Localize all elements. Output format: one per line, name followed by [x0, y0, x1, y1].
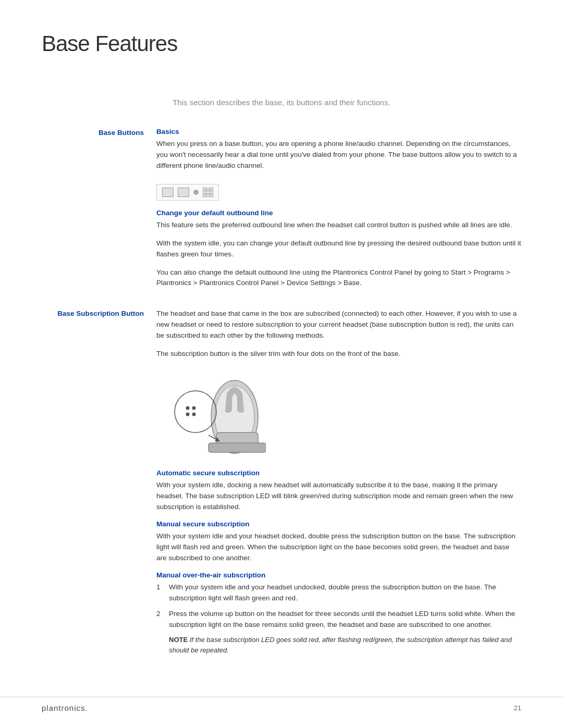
base-image-container — [156, 370, 521, 459]
list-num-2: 2 — [156, 609, 169, 620]
list-item: 1 With your system idle and your headset… — [156, 582, 521, 604]
list-num-1: 1 — [156, 582, 169, 593]
automatic-title: Automatic secure subscription — [156, 469, 521, 477]
ota-step-2: Press the volume up button on the headse… — [169, 610, 515, 628]
basics-text: When you press on a base button, you are… — [156, 139, 521, 171]
base-buttons-label: Base Buttons — [42, 128, 156, 137]
btn-square-1 — [162, 188, 174, 197]
change-default-text-3: You can also change the default outbound… — [156, 267, 521, 289]
basics-title: Basics — [156, 128, 521, 135]
svg-point-5 — [186, 406, 190, 410]
ota-step-1: With your system idle and your headset u… — [169, 582, 521, 604]
btn-square-2 — [178, 188, 189, 197]
page-footer: plantronics. 21 — [0, 697, 563, 712]
manual-secure-title: Manual secure subscription — [156, 520, 521, 528]
svg-point-7 — [186, 413, 190, 416]
base-subscription-content: The headset and base that came in the bo… — [156, 309, 521, 660]
note-container: NOTE If the base subscription LED goes s… — [169, 635, 521, 655]
base-subscription-section: Base Subscription Button The headset and… — [42, 309, 521, 660]
brand-logo: plantronics. — [42, 704, 88, 712]
page-title: Base Features — [42, 31, 521, 56]
base-buttons-diagram — [156, 184, 219, 201]
btn-grid — [203, 188, 213, 197]
ota-numbered-list: 1 With your system idle and your headset… — [156, 582, 521, 656]
svg-point-8 — [192, 413, 196, 416]
svg-point-6 — [192, 406, 196, 410]
change-default-title: Change your default outbound line — [156, 209, 521, 217]
list-item: 2 Press the volume up button on the head… — [156, 609, 521, 655]
page-subtitle: This section describes the base, its but… — [42, 98, 521, 107]
change-default-text-2: With the system idle, you can change you… — [156, 238, 521, 260]
base-diagram-svg — [156, 370, 266, 459]
svg-point-4 — [175, 391, 216, 433]
note-body: If the base subscription LED goes solid … — [169, 636, 512, 654]
subscription-intro-2: The subscription button is the silver tr… — [156, 349, 521, 360]
svg-rect-3 — [209, 443, 266, 452]
automatic-text: With your system idle, docking a new hea… — [156, 480, 521, 513]
base-buttons-section: Base Buttons Basics When you press on a … — [42, 128, 521, 296]
manual-secure-text: With your system idle and your headset d… — [156, 531, 521, 564]
content-area: Base Buttons Basics When you press on a … — [42, 128, 521, 673]
base-subscription-label: Base Subscription Button — [42, 309, 156, 317]
note-label: NOTE — [169, 636, 188, 644]
base-buttons-content: Basics When you press on a base button, … — [156, 128, 521, 296]
manual-ota-title: Manual over-the-air subscription — [156, 571, 521, 579]
btn-circle — [193, 190, 199, 195]
change-default-text-1: This feature sets the preferred outbound… — [156, 220, 521, 231]
page-number: 21 — [514, 704, 521, 712]
subscription-intro-1: The headset and base that came in the bo… — [156, 309, 521, 341]
